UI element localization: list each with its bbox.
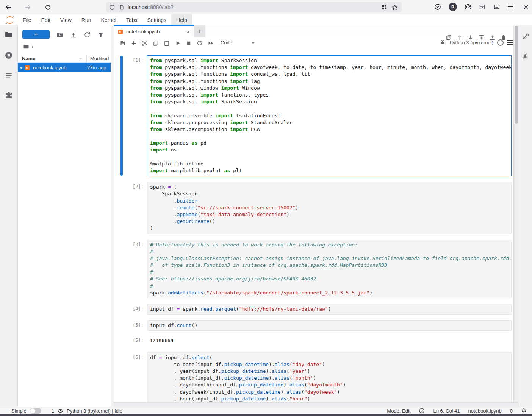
code-line: # of type scala.Function3 in instance of… — [150, 262, 509, 269]
vertical-scrollbar[interactable] — [513, 25, 519, 403]
menu-view[interactable]: View — [55, 14, 77, 25]
cut-icon[interactable] — [142, 39, 148, 45]
restart-icon[interactable] — [197, 39, 203, 45]
menu-help[interactable]: Help — [171, 14, 192, 25]
debugger-icon[interactable] — [440, 39, 446, 46]
menu-edit[interactable]: Edit — [36, 14, 55, 25]
upload-icon[interactable] — [70, 31, 77, 38]
code-line: # — [150, 283, 509, 290]
close-icon[interactable] — [523, 3, 529, 10]
code-line: # — [150, 248, 509, 255]
cell-toolbar — [446, 34, 507, 41]
cell-collapser[interactable] — [120, 304, 123, 314]
run-icon[interactable] — [175, 39, 181, 45]
refresh-icon[interactable] — [84, 31, 91, 38]
code-line: from sklearn.ensemble import IsolationFo… — [150, 112, 509, 119]
notebook-cell[interactable]: [6]:df = input_df.select( to_date(input_… — [120, 352, 512, 403]
save-icon[interactable] — [120, 39, 126, 45]
gears-icon[interactable] — [522, 33, 529, 41]
menu-settings[interactable]: Settings — [142, 14, 172, 25]
puzzle-icon[interactable] — [465, 3, 471, 11]
browser-toolbar: localhost:8080/lab? R — [0, 0, 532, 15]
shield-check-icon[interactable] — [419, 408, 425, 414]
column-name[interactable]: Name▲ — [18, 55, 87, 62]
bell-icon[interactable] — [521, 408, 527, 414]
cell-editor[interactable]: # Unfortunately this is needed to work a… — [147, 240, 512, 299]
cell-editor[interactable]: input_df = spark.read.parquet("hdfs://hd… — [147, 304, 512, 315]
cell-type-select[interactable]: Code — [221, 39, 256, 45]
cell-collapser[interactable] — [120, 353, 123, 403]
code-line: spark = ( — [150, 184, 509, 190]
toc-icon[interactable] — [5, 72, 13, 80]
column-modified[interactable]: Modified — [87, 55, 111, 62]
new-launcher-button[interactable]: + — [22, 30, 50, 39]
cell-editor[interactable]: df = input_df.select( to_date(input_df.p… — [147, 352, 512, 403]
grid-icon[interactable] — [382, 4, 387, 11]
stop-icon[interactable] — [186, 39, 192, 45]
paste-icon[interactable] — [164, 39, 170, 45]
cell-collapser[interactable] — [120, 240, 123, 298]
duplicate-icon[interactable] — [446, 34, 452, 41]
delete-icon[interactable] — [501, 34, 507, 41]
notification-count[interactable]: 0 — [510, 408, 513, 414]
cell-editor[interactable]: input_df.count() — [147, 320, 512, 331]
menu-icon[interactable] — [508, 5, 513, 9]
notebook-cell[interactable]: [3]:# Unfortunately this is needed to wo… — [120, 240, 512, 299]
breadcrumb[interactable]: / — [23, 44, 33, 50]
copy-icon[interactable] — [153, 39, 159, 45]
notebook-cell[interactable]: [2]:spark = ( SparkSession .builder .rem… — [120, 182, 512, 234]
move-down-icon[interactable] — [468, 34, 474, 41]
scrollbar-thumb[interactable] — [515, 26, 518, 124]
simple-mode-toggle[interactable] — [30, 408, 41, 414]
file-row-selected[interactable]: notebook.ipynb 27m ago — [18, 63, 111, 72]
url-text[interactable]: localhost:8080/lab? — [128, 4, 382, 10]
toolbar-menu-icon[interactable] — [507, 40, 513, 45]
menu-file[interactable]: File — [18, 14, 36, 25]
notebook-cell[interactable]: [5]:input_df.count() — [120, 320, 512, 331]
account-avatar[interactable]: R — [449, 3, 457, 11]
notebook-cell[interactable]: [4]:input_df = spark.read.parquet("hdfs:… — [120, 304, 512, 315]
filter-icon[interactable] — [97, 31, 104, 38]
tab-notebook[interactable]: notebook.ipynb × — [114, 25, 194, 36]
cell-editor[interactable]: from pyspark.sql import SparkSessionfrom… — [147, 55, 512, 176]
add-cell-icon[interactable] — [131, 39, 137, 45]
cell-collapser[interactable] — [120, 182, 123, 233]
new-tab-button[interactable]: + — [194, 25, 205, 37]
debugger-panel-icon[interactable] — [522, 53, 529, 60]
extension-icon[interactable] — [5, 91, 13, 99]
back-icon[interactable] — [4, 3, 13, 12]
window-icon[interactable] — [493, 3, 500, 11]
url-bar[interactable]: localhost:8080/lab? — [106, 2, 402, 12]
code-line: from pyspark.sql.functions import concat… — [150, 71, 509, 78]
pocket-icon[interactable] — [434, 3, 441, 11]
cell-collapser[interactable] — [120, 56, 123, 176]
menu-run[interactable]: Run — [77, 14, 96, 25]
star-icon[interactable] — [392, 4, 398, 11]
shield-icon[interactable] — [109, 4, 115, 11]
run-all-icon[interactable] — [208, 39, 214, 45]
file-browser-panel: + / Name▲ Modified — [18, 25, 111, 407]
tab-close-icon[interactable]: × — [186, 28, 190, 35]
menu-kernel[interactable]: Kernel — [96, 14, 121, 25]
cell-collapser[interactable] — [120, 321, 123, 330]
reload-icon[interactable] — [43, 3, 52, 12]
running-sessions-icon[interactable] — [5, 51, 13, 59]
insert-above-icon[interactable] — [479, 34, 485, 41]
cursor-position[interactable]: Ln 6, Col 41 — [433, 408, 460, 414]
notebook-cell[interactable]: [1]:from pyspark.sql import SparkSession… — [120, 55, 512, 176]
file-browser-icon[interactable] — [5, 30, 13, 39]
cell-prompt: [3]: — [133, 240, 147, 299]
horizontal-scrollbar[interactable] — [114, 402, 519, 407]
insert-below-icon[interactable] — [490, 34, 496, 41]
breadcrumb-root[interactable]: / — [32, 44, 33, 50]
move-up-icon[interactable] — [457, 34, 463, 41]
page-icon[interactable] — [119, 4, 125, 11]
cell-editor[interactable]: spark = ( SparkSession .builder .remote(… — [147, 182, 512, 234]
archive-icon[interactable] — [479, 3, 486, 11]
kernel-status-text[interactable]: Python 3 (ipykernel) | Idle — [67, 408, 122, 414]
forward-icon[interactable] — [23, 3, 33, 12]
chip-icon — [58, 408, 63, 414]
menu-tabs[interactable]: Tabs — [121, 14, 142, 25]
mode-indicator[interactable]: Mode: Edit — [387, 408, 410, 414]
new-folder-icon[interactable] — [56, 31, 63, 38]
